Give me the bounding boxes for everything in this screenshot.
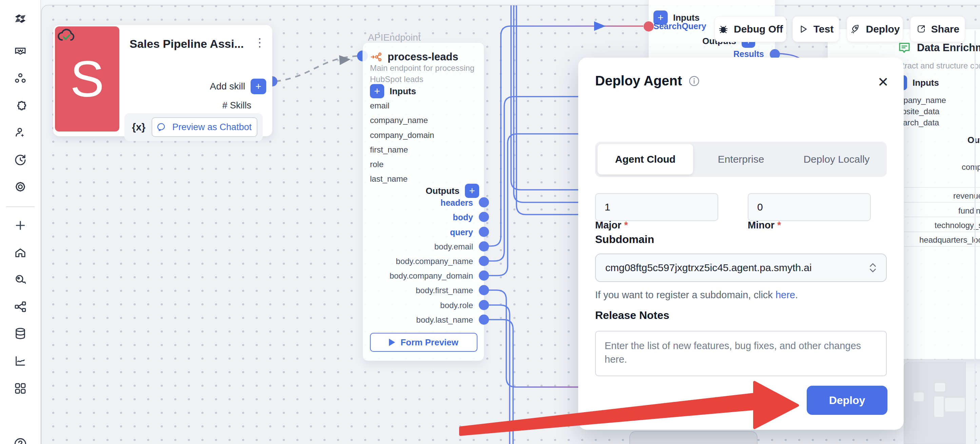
weaver-icon[interactable] (13, 44, 27, 58)
tab-enterprise[interactable]: Enterprise (693, 144, 789, 174)
output-row[interactable]: body (453, 212, 473, 222)
output-port[interactable] (479, 270, 489, 281)
variables-icon[interactable]: {x} (132, 121, 145, 133)
app-sidebar (0, 0, 41, 444)
test-label: Test (813, 24, 834, 35)
play-icon (798, 24, 808, 34)
analytics-chart-icon[interactable] (13, 354, 27, 368)
input-row[interactable]: role (370, 160, 383, 169)
output-row[interactable]: body.company_name (396, 257, 473, 266)
help-icon[interactable] (13, 436, 28, 444)
input-searchquery: SearchQuery (654, 21, 706, 31)
output-port[interactable] (479, 241, 489, 252)
endpoint-flow-icon (370, 51, 382, 63)
output-row[interactable]: body.role (440, 301, 473, 310)
input-row[interactable]: last_name (370, 174, 407, 184)
tab-agent-cloud[interactable]: Agent Cloud (598, 144, 693, 174)
search-key-icon[interactable] (13, 273, 27, 287)
output-row[interactable]: body.company_domain (390, 271, 473, 281)
output-port[interactable] (479, 300, 489, 310)
skills-count-label: # Skills (222, 100, 251, 111)
agent-title: Sales Pipeline Assi... (129, 37, 248, 51)
home-icon[interactable] (13, 246, 27, 260)
select-stepper-icon (869, 263, 877, 273)
output-row[interactable]: headers (441, 198, 473, 208)
release-notes-heading: Release Notes (595, 309, 670, 322)
gear-icon[interactable] (13, 179, 28, 194)
history-clock-icon[interactable] (13, 153, 27, 167)
play-icon (389, 339, 395, 346)
deploy-toolbar-label: Deploy (866, 24, 900, 35)
output-port[interactable] (479, 256, 489, 266)
register-subdomain-link[interactable]: here (776, 289, 795, 300)
subdomain-select[interactable]: cmg08ftg5c597jxgtrxz5ic45.agent.pa.smyth… (595, 254, 887, 282)
required-asterisk: * (777, 220, 781, 230)
add-skill-button[interactable]: + (251, 79, 266, 94)
output-row[interactable]: technology_stack (935, 220, 980, 230)
info-icon[interactable] (688, 75, 700, 87)
test-button[interactable]: Test (792, 16, 839, 42)
minor-version-input[interactable] (748, 193, 871, 221)
share-button[interactable]: Share (910, 16, 965, 42)
debug-toggle-button[interactable]: Debug Off (714, 16, 786, 42)
smythos-logo[interactable] (13, 11, 28, 27)
preview-pill: {x} Preview as Chatbot (124, 113, 263, 141)
release-notes-textarea[interactable] (595, 331, 887, 376)
output-row[interactable]: body.first_name (416, 286, 473, 295)
agent-person-icon[interactable] (13, 125, 27, 140)
share-label: Share (931, 24, 959, 35)
database-icon[interactable] (13, 327, 27, 341)
minimap[interactable] (904, 362, 966, 444)
output-row[interactable]: body.last_name (416, 315, 473, 325)
node-description: Extract and structure company data (893, 61, 980, 70)
form-preview-button[interactable]: Form Preview (370, 333, 477, 352)
rocket-icon (850, 24, 861, 35)
tab-deploy-locally[interactable]: Deploy Locally (789, 144, 885, 174)
preview-button-label: Preview as Chatbot (172, 122, 251, 133)
plus-icon[interactable] (14, 219, 27, 232)
deploy-toolbar-button[interactable]: Deploy (847, 16, 903, 42)
required-asterisk: * (624, 220, 628, 230)
data-enrichment-icon (897, 41, 912, 55)
output-port[interactable] (479, 314, 489, 325)
output-row[interactable]: headquarters_location (919, 235, 980, 245)
subdomain-heading: Subdomain (595, 233, 654, 246)
form-preview-label: Form Preview (401, 337, 458, 348)
output-port[interactable] (479, 197, 489, 208)
output-row[interactable]: funding_info (958, 206, 980, 216)
apps-grid-icon[interactable] (13, 381, 27, 396)
close-icon[interactable]: ✕ (877, 75, 889, 89)
output-row[interactable]: revenue_range (953, 191, 980, 201)
output-row[interactable]: body.email (434, 242, 473, 252)
output-port[interactable] (479, 212, 489, 222)
preview-as-chatbot-button[interactable]: Preview as Chatbot (151, 117, 258, 137)
input-row[interactable]: company_domain (370, 130, 434, 140)
node-description: Main endpoint for processing HubSpot lea… (370, 62, 475, 85)
searchquery-port[interactable] (644, 21, 654, 32)
node-title: Data Enrichment (917, 42, 980, 54)
major-label: Major (595, 220, 621, 230)
output-row[interactable]: query (450, 227, 473, 237)
output-row[interactable]: company_overview (962, 162, 980, 172)
input-row[interactable]: email (370, 101, 389, 111)
nodes-icon[interactable] (13, 71, 27, 86)
share-icon (916, 24, 926, 34)
input-row[interactable]: first_name (370, 145, 408, 155)
share-nodes-icon[interactable] (13, 300, 27, 314)
process-leads-node[interactable]: process-leads Main endpoint for processi… (363, 42, 484, 361)
modal-title: Deploy Agent (595, 73, 682, 89)
agent-card[interactable]: S Sales Pipeline Assi... ⋮ Add skill + #… (53, 25, 272, 136)
input-row[interactable]: company_name (370, 116, 428, 125)
add-input-button[interactable]: + (370, 84, 384, 98)
kebab-menu-icon[interactable]: ⋮ (254, 36, 266, 48)
deploy-submit-button[interactable]: Deploy (807, 386, 888, 415)
deploy-agent-modal: Deploy Agent ✕ Agent Cloud Enterprise De… (578, 58, 904, 430)
major-version-input[interactable] (595, 193, 718, 221)
minor-label: Minor (748, 220, 775, 230)
output-port[interactable] (479, 285, 489, 295)
scrollbar-track[interactable] (975, 30, 975, 444)
puzzle-icon[interactable] (13, 98, 28, 113)
output-port[interactable] (479, 227, 489, 237)
inputs-label: Inputs (913, 78, 939, 88)
add-output-button[interactable]: + (465, 184, 479, 198)
